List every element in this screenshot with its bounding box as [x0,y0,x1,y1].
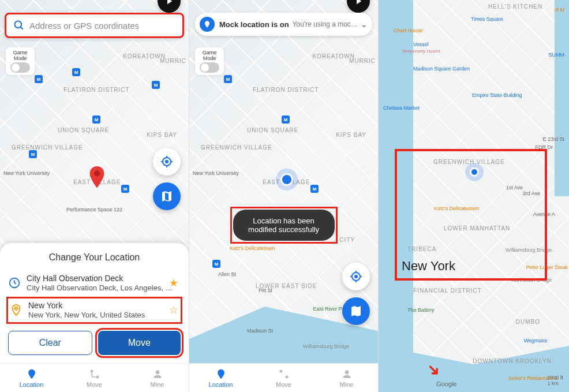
nav-label: Move [276,381,291,388]
current-location-dot [470,167,479,177]
map-icon [349,304,363,318]
poi-label: Williamsburg Bridge [506,247,552,253]
area-label: GREENWICH VILLAGE [201,144,272,151]
current-location-dot [280,173,293,186]
pin-icon [203,20,211,28]
metro-icon: M [282,115,290,124]
water [379,0,413,392]
mock-dot-icon [200,17,215,32]
area-label: FLATIRON DISTRICT [63,87,130,93]
mock-location-bar[interactable]: Mock location is on You're using a moc… … [195,13,372,36]
game-mode-label: Game Mode [197,50,222,61]
svg-point-4 [166,160,168,163]
metro-icon: M [121,185,129,193]
star-icon[interactable]: ☆ [169,304,178,316]
metro-icon: M [310,185,319,193]
poi-label: Vessel [413,42,429,47]
nav-label: Location [209,381,233,388]
navbar: Location Move Mine [189,363,378,392]
poi-label: Pitt St [259,288,272,293]
crosshair-icon [349,270,363,283]
poi-label: Chart House [394,28,423,33]
poi-label: New York University [3,170,50,176]
nav-move[interactable]: Move [252,364,315,392]
poi-label: The Battery [407,307,435,313]
search-box[interactable] [5,13,184,38]
nav-location[interactable]: Location [0,364,63,392]
area-label: TRIBECA [407,246,436,252]
metro-icon: M [35,75,43,83]
toggle-switch[interactable] [200,62,219,73]
locate-button[interactable] [153,148,181,176]
poi-label: of M [554,7,564,13]
toggle-switch[interactable] [10,62,30,73]
game-mode-label: Game Mode [8,50,32,61]
poi-label: Madison St [247,328,273,334]
location-title: City Hall Observation Deck [27,273,181,283]
metro-icon: M [152,81,160,89]
area-label: DUMBO [516,319,540,325]
map-mode-button[interactable] [342,297,370,325]
toast: Location has been modified successfully [233,210,335,241]
nav-location[interactable]: Location [189,364,252,392]
person-icon [341,368,353,380]
panel-google-maps: HELL'S KITCHEN Times Square Chart House … [379,0,569,392]
svg-point-13 [155,370,159,374]
location-icon [26,368,38,380]
street-label: 1st Ave [506,185,523,191]
toast-highlight: Location has been modified successfully [230,207,338,244]
move-button[interactable]: Move [98,331,181,355]
location-sub: City Hall Observation Deck, Los Angeles,… [27,283,181,293]
metro-icon: M [92,115,100,124]
scale-km: 1 km [547,380,563,386]
nav-mine[interactable]: Mine [126,364,189,392]
mock-title: Mock location is on [219,20,289,29]
map-background[interactable]: HELL'S KITCHEN Times Square Chart House … [379,0,569,392]
pin-icon [10,304,23,316]
panel-search: KOREATOWN FLATIRON DISTRICT UNION SQUARE… [0,0,189,392]
water [555,0,569,196]
location-item[interactable]: New York New York, New York, United Stat… [6,297,182,324]
svg-line-1 [21,27,23,29]
nav-label: Move [87,381,102,388]
clear-button[interactable]: Clear [8,331,92,355]
search-input[interactable] [29,21,175,31]
game-mode-toggle[interactable]: Game Mode [6,47,35,75]
play-icon [164,0,174,6]
button-row: Clear Move [8,331,181,355]
poi-label: Times Square [471,16,503,22]
location-icon [215,368,227,380]
area-label: KIPS BAY [336,132,366,138]
nav-label: Location [20,381,44,388]
history-icon [8,277,21,289]
locate-button[interactable] [342,263,370,290]
street-label: Avenue A [533,211,555,217]
nav-mine[interactable]: Mine [315,364,378,392]
svg-point-21 [285,375,288,378]
map-pin-icon [88,166,106,189]
area-label: UNION SQUARE [247,127,298,133]
poi-label: Chelsea Market [383,105,420,111]
map-attribution: Google [436,380,456,387]
route-icon [89,368,100,380]
area-label: KOREATOWN [312,53,355,59]
chevron-down-icon: ⌄ [361,20,368,29]
scale-ft: 2000 ft [547,375,563,380]
street-label: FDR Dr [536,144,553,150]
poi-label: Williamsburg Bridge [303,344,349,349]
map-mode-button[interactable] [153,182,181,210]
area-label: HELL'S KITCHEN [488,3,542,10]
poi-label: Performance Space 122 [66,207,122,212]
star-icon[interactable]: ★ [169,277,178,289]
area-label: FINANCIAL DISTRICT [413,288,482,294]
area-label: LOWER MANHATTAN [444,225,510,232]
location-item[interactable]: City Hall Observation Deck City Hall Obs… [8,270,181,297]
game-mode-toggle[interactable]: Game Mode [195,47,224,75]
street-label: E 23rd St [542,136,564,142]
poi-label: Temporarily closed [402,48,440,54]
area-label: MURRIC [349,58,376,64]
svg-point-15 [355,275,357,278]
bottom-sheet: Change Your Location City Hall Observati… [0,243,189,363]
nav-move[interactable]: Move [63,364,126,392]
metro-icon: M [212,260,220,268]
